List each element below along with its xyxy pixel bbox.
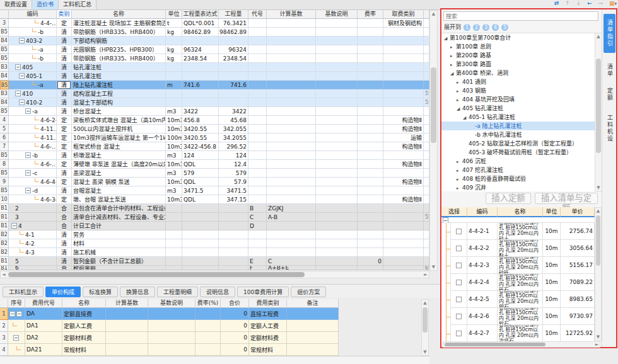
- cell-unit[interactable]: [166, 248, 182, 257]
- cell-clip[interactable]: [424, 222, 429, 230]
- cell-qty[interactable]: 3422: [219, 107, 248, 116]
- cell-cat[interactable]: 清: [57, 230, 72, 239]
- cell-qty[interactable]: 579: [219, 169, 248, 178]
- cell-rate[interactable]: [358, 266, 383, 270]
- detail-tab-2[interactable]: 单价构成: [45, 287, 81, 297]
- cell-rate[interactable]: [358, 222, 383, 230]
- cell-expr[interactable]: [182, 213, 219, 222]
- fee-cell-desc[interactable]: [148, 344, 195, 356]
- scroll-up-icon[interactable]: ▲: [422, 300, 428, 306]
- cell-dm[interactable]: [248, 160, 267, 169]
- table-row[interactable]: B5−-a清桥台混凝土m334223422: [0, 107, 429, 116]
- cell-num[interactable]: B3: [0, 63, 9, 72]
- price-column-header-unit[interactable]: 单位: [543, 207, 561, 217]
- cell-dm[interactable]: [248, 230, 267, 239]
- table-row[interactable]: B5−-b清桥墩混凝土m3124124: [0, 151, 429, 160]
- cell-rate[interactable]: [358, 72, 383, 81]
- detail-tab-3[interactable]: 标准换算: [83, 287, 118, 297]
- cell-desc[interactable]: [316, 81, 358, 89]
- collapse-node-icon[interactable]: −: [25, 152, 31, 158]
- cell-rate[interactable]: [358, 195, 383, 204]
- cell-expr[interactable]: [182, 37, 219, 45]
- cell-desc[interactable]: [316, 160, 358, 169]
- cell-cat[interactable]: 定: [57, 125, 72, 134]
- fee-cell-code[interactable]: DA: [25, 308, 62, 320]
- cell-desc[interactable]: [316, 72, 358, 81]
- main-table-hscrollbar[interactable]: ◄ ►: [0, 271, 429, 278]
- cell-desc[interactable]: [316, 125, 358, 134]
- scroll-down-icon[interactable]: ▼: [595, 185, 602, 191]
- cell-rate[interactable]: [358, 151, 383, 160]
- cell-qty[interactable]: [219, 98, 248, 107]
- cell-num[interactable]: 7: [0, 142, 9, 151]
- cell-name[interactable]: 钻孔灌注桩: [72, 63, 166, 72]
- collapsed-icon[interactable]: ▸: [457, 87, 462, 95]
- table-row[interactable]: B5−-d清台帽混凝土m33471.53471.5: [0, 186, 429, 195]
- cell-rate[interactable]: [358, 116, 383, 125]
- cell-desc[interactable]: [316, 222, 358, 230]
- cell-num[interactable]: 10: [0, 195, 9, 204]
- cell-name[interactable]: 钻孔灌注桩: [72, 72, 166, 81]
- column-header-dm[interactable]: 代号: [248, 10, 267, 19]
- cell-unit[interactable]: m3: [166, 186, 182, 195]
- collapse-node-icon[interactable]: −: [9, 311, 15, 317]
- cell-desc[interactable]: [316, 213, 358, 222]
- expand-level-3[interactable]: 3: [482, 24, 489, 31]
- cell-dm[interactable]: [248, 239, 267, 248]
- fee-cell-sn[interactable]: [8, 344, 25, 356]
- cell-fee[interactable]: [383, 204, 424, 213]
- cell-desc[interactable]: [316, 134, 358, 142]
- cell-clip[interactable]: [424, 63, 429, 72]
- cell-rate[interactable]: [358, 81, 383, 89]
- cell-expr[interactable]: 3422: [182, 107, 219, 116]
- cell-desc[interactable]: [316, 63, 358, 72]
- cell-base[interactable]: [267, 107, 316, 116]
- cell-qty[interactable]: 296.52: [219, 142, 248, 151]
- cell-qty[interactable]: [219, 213, 248, 222]
- tree-item[interactable]: ▸401 通则: [441, 77, 595, 86]
- cell-clip[interactable]: [424, 230, 429, 239]
- cell-expr[interactable]: QDL: [182, 160, 219, 169]
- cell-rate[interactable]: [358, 169, 383, 178]
- cell-fee[interactable]: 钢材及钢结构: [383, 19, 424, 28]
- cell-qty[interactable]: [219, 204, 248, 213]
- cell-unit[interactable]: m3: [166, 169, 182, 178]
- collapsed-icon[interactable]: ▸: [457, 157, 462, 166]
- cell-expr[interactable]: [182, 266, 219, 270]
- hscroll-thumb[interactable]: [445, 343, 545, 346]
- checkbox[interactable]: [456, 280, 462, 285]
- cell-qty[interactable]: [219, 89, 248, 98]
- cell-expr[interactable]: QDL: [182, 195, 219, 204]
- cell-dm[interactable]: [248, 63, 267, 72]
- fee-cell-rate[interactable]: [195, 308, 221, 320]
- fee-cell-sn[interactable]: −: [8, 332, 25, 344]
- cell-name[interactable]: 施工机械: [72, 248, 166, 257]
- move-up-icon[interactable]: ↑: [565, 0, 570, 6]
- cell-dm[interactable]: [248, 72, 267, 81]
- expand-level-5[interactable]: 5: [501, 24, 508, 31]
- table-row[interactable]: B5-a清光圆钢筋（HPB235、HPB300）kg9632496324: [0, 45, 429, 54]
- cell-cat[interactable]: 定: [57, 160, 72, 169]
- cell-name[interactable]: 带肋钢筋（HRB335、HRB400）: [72, 28, 166, 37]
- cell-expr[interactable]: 579: [182, 169, 219, 178]
- cell-rate[interactable]: [358, 134, 383, 142]
- detail-tab-5[interactable]: 工程量明细: [157, 287, 198, 297]
- cell-expr[interactable]: 124: [182, 151, 219, 160]
- fee-cell-note[interactable]: [287, 332, 339, 344]
- table-row[interactable]: B13合清单合计减去材料、工程设备、专业工…CA-B5S: [0, 213, 429, 222]
- cell-base[interactable]: [267, 195, 316, 204]
- detail-tab-6[interactable]: 说明信息: [200, 287, 235, 297]
- cell-qty[interactable]: 342.055: [219, 125, 248, 134]
- cell-unit[interactable]: [166, 222, 182, 230]
- tree-item[interactable]: 405-2 钻取混凝土芯样检测（暂定工程量）: [441, 139, 595, 148]
- cell-fee[interactable]: [383, 213, 424, 222]
- cell-desc[interactable]: [316, 186, 358, 195]
- table-row[interactable]: 34-4-…定灌注桩混凝土 现场加工 主筋钢套筒连接tQDL*0.00176.3…: [0, 19, 429, 28]
- cell-qty[interactable]: 57.9: [219, 178, 248, 186]
- cell-base[interactable]: [267, 63, 316, 72]
- cell-desc[interactable]: [316, 195, 358, 204]
- cell-clip[interactable]: [424, 19, 429, 28]
- cell-unit[interactable]: [166, 72, 182, 81]
- cell-rate[interactable]: [358, 239, 383, 248]
- cell-code[interactable]: 3: [9, 213, 57, 222]
